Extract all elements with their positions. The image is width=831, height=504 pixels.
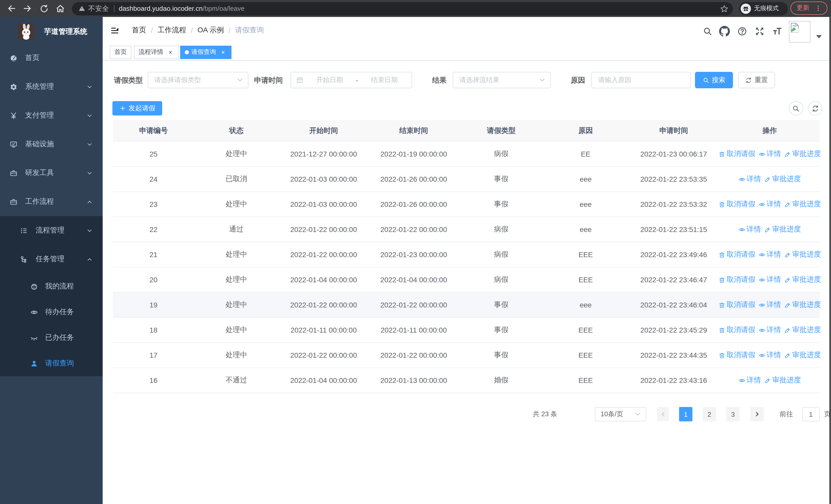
bookmark-star-icon[interactable] [720, 4, 729, 13]
detail-link[interactable]: 详情 [738, 225, 761, 234]
browser-forward-button[interactable] [21, 2, 34, 16]
user-icon [30, 359, 38, 367]
reset-button[interactable]: 重置 [738, 72, 775, 88]
sidebar-item-首页[interactable]: 首页 [0, 43, 103, 72]
detail-link[interactable]: 详情 [758, 351, 781, 360]
fullscreen-icon[interactable] [754, 26, 765, 36]
window-scrollbar[interactable] [829, 17, 831, 504]
cell-状态: 通过 [194, 217, 279, 242]
chevron-down-icon [87, 113, 92, 119]
sidebar-item-工作流程[interactable]: 工作流程 [0, 187, 103, 216]
tag-请假查询[interactable]: 请假查询× [180, 46, 231, 59]
toggle-search-button[interactable] [789, 101, 803, 116]
cancel-link[interactable]: 取消请假 [718, 250, 755, 259]
refresh-table-button[interactable] [808, 101, 822, 116]
progress-link[interactable]: 审批进度 [764, 225, 801, 234]
avatar-caret-icon[interactable] [816, 35, 822, 39]
cancel-link[interactable]: 取消请假 [718, 149, 755, 158]
avatar[interactable] [789, 21, 810, 42]
start-date-input[interactable]: 开始日期 [308, 76, 352, 85]
browser-reload-button[interactable] [37, 2, 51, 16]
detail-link[interactable]: 详情 [758, 300, 781, 309]
tag-流程详情[interactable]: 流程详情× [134, 46, 179, 59]
header-search-icon[interactable] [703, 26, 712, 36]
page-button-1[interactable]: 1 [679, 407, 692, 421]
reason-input[interactable]: 请输入原因 [591, 72, 691, 88]
cancel-link[interactable]: 取消请假 [718, 275, 755, 284]
sidebar-item-流程管理[interactable]: 流程管理 [0, 216, 103, 245]
github-icon[interactable] [719, 26, 730, 37]
detail-link[interactable]: 详情 [758, 275, 781, 284]
progress-link[interactable]: 审批进度 [784, 200, 821, 209]
column-header-开始时间[interactable]: 开始时间 [279, 120, 369, 141]
cancel-link[interactable]: 取消请假 [718, 300, 755, 309]
breadcrumb-item[interactable]: 工作流程 [157, 26, 186, 35]
sidebar-item-待办任务[interactable]: 待办任务 [0, 299, 103, 325]
detail-link[interactable]: 详情 [738, 376, 761, 385]
sidebar-item-基础设施[interactable]: 基础设施 [0, 130, 103, 158]
detail-link[interactable]: 详情 [758, 325, 781, 335]
sidebar-collapse-icon[interactable] [110, 27, 119, 34]
progress-link[interactable]: 审批进度 [764, 175, 801, 184]
cancel-link[interactable]: 取消请假 [718, 200, 755, 209]
detail-link[interactable]: 详情 [758, 250, 781, 259]
progress-link[interactable]: 审批进度 [784, 300, 821, 309]
prev-page-button[interactable] [657, 407, 669, 421]
progress-link[interactable]: 审批进度 [784, 149, 821, 158]
page-button-3[interactable]: 3 [726, 407, 740, 421]
sidebar-item-支付管理[interactable]: 支付管理 [0, 101, 103, 130]
progress-link[interactable]: 审批进度 [784, 351, 821, 360]
page-size-select[interactable]: 10条/页 [595, 407, 646, 421]
browser-home-button[interactable] [53, 2, 67, 16]
column-header-申请编号[interactable]: 申请编号 [113, 120, 194, 141]
progress-link[interactable]: 审批进度 [784, 325, 821, 335]
progress-link[interactable]: 审批进度 [764, 376, 801, 385]
column-header-结束时间[interactable]: 结束时间 [369, 120, 459, 141]
browser-menu-icon[interactable] [814, 4, 822, 11]
search-button[interactable]: 搜索 [695, 72, 733, 88]
op-label: 取消请假 [726, 325, 755, 335]
sidebar-item-任务管理[interactable]: 任务管理 [0, 245, 103, 273]
end-date-input[interactable]: 结束日期 [362, 76, 406, 85]
detail-link[interactable]: 详情 [738, 175, 761, 184]
breadcrumb-item[interactable]: 首页 [132, 26, 146, 35]
column-header-请假类型[interactable]: 请假类型 [459, 120, 544, 141]
sidebar-item-请假查询[interactable]: 请假查询 [0, 351, 103, 376]
font-size-icon[interactable] [772, 26, 783, 37]
page-button-2[interactable]: 2 [703, 407, 716, 421]
result-select[interactable]: 请选择流结果 [453, 72, 551, 88]
column-header-申请时间[interactable]: 申请时间 [628, 120, 720, 141]
not-secure-label[interactable]: 不安全 [88, 4, 109, 13]
sidebar-logo[interactable]: 芋道管理系统 [0, 17, 103, 43]
tag-首页[interactable]: 首页 [110, 46, 132, 59]
page-content: 请假类型 请选择请假类型 申请时间 开始日期 - 结束日期 结果 请选择流结果 … [103, 61, 831, 504]
column-header-操作[interactable]: 操作 [720, 120, 820, 141]
detail-link[interactable]: 详情 [758, 149, 781, 158]
sidebar-item-已办任务[interactable]: 已办任务 [0, 325, 103, 351]
create-leave-button[interactable]: 发起请假 [112, 101, 162, 116]
cell-原因: eee [544, 167, 628, 192]
goto-page-input[interactable]: 1 [802, 407, 820, 421]
sidebar-item-研发工具[interactable]: 研发工具 [0, 158, 103, 187]
progress-link[interactable]: 审批进度 [784, 250, 821, 259]
detail-link[interactable]: 详情 [758, 200, 781, 209]
close-icon[interactable]: × [220, 49, 227, 56]
next-page-button[interactable] [750, 407, 764, 421]
sidebar-item-我的流程[interactable]: 我的流程 [0, 273, 103, 299]
close-icon[interactable]: × [167, 49, 174, 56]
browser-back-button[interactable] [5, 2, 19, 16]
address-bar[interactable]: 不安全 dashboard.yudao.iocoder.cn/bpm/oa/le… [72, 2, 733, 15]
apply-time-range-picker[interactable]: 开始日期 - 结束日期 [290, 72, 412, 88]
column-header-原因[interactable]: 原因 [544, 120, 628, 141]
cancel-link[interactable]: 取消请假 [718, 325, 755, 335]
leave-type-select[interactable]: 请选择请假类型 [148, 72, 249, 88]
progress-link[interactable]: 审批进度 [784, 275, 821, 284]
column-header-状态[interactable]: 状态 [194, 120, 279, 141]
gear-icon [10, 83, 18, 91]
cancel-link[interactable]: 取消请假 [718, 351, 755, 360]
broken-image-icon [791, 22, 799, 33]
sidebar-item-系统管理[interactable]: 系统管理 [0, 72, 103, 101]
help-icon[interactable] [737, 26, 747, 36]
breadcrumb-item[interactable]: OA 示例 [198, 26, 224, 35]
browser-update-button[interactable]: 更新 [791, 1, 827, 14]
